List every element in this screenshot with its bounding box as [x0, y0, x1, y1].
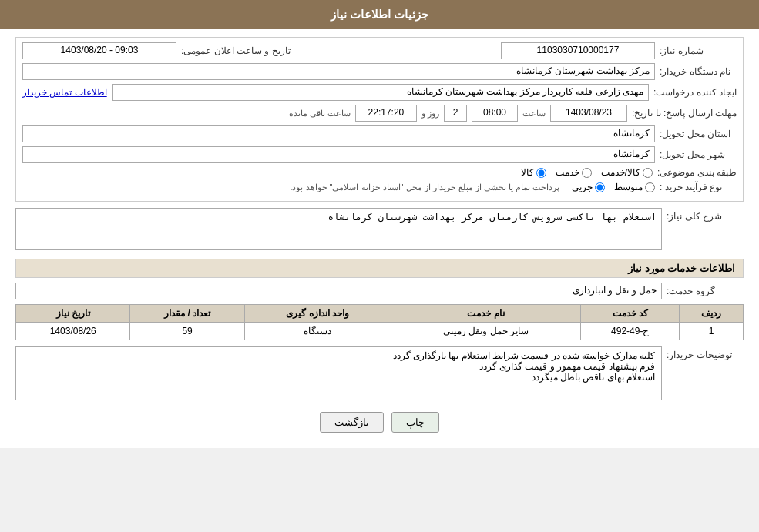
page-title: جزئیات اطلاعات نیاز	[0, 0, 759, 29]
khadamat-section-title: اطلاعات خدمات مورد نیاز	[15, 259, 744, 278]
radio-kala-input[interactable]	[536, 168, 546, 178]
radio-khadamat-input[interactable]	[582, 168, 592, 178]
ostan-label: استان محل تحویل:	[660, 129, 737, 139]
radio-motovaset-input[interactable]	[645, 182, 655, 192]
gorooh-khadamat-value: حمل و نقل و انبارداری	[15, 283, 662, 299]
items-table: ردیف کد خدمت نام خدمت واحد اندازه گیری ت…	[15, 304, 744, 340]
radio-jozii-label: جزیی	[572, 182, 593, 192]
mohlat-label: مهلت ارسال پاسخ: تا تاریخ:	[632, 108, 737, 119]
radio-kala-label: کالا	[521, 167, 534, 178]
days-value: 2	[444, 105, 467, 122]
remaining-label: ساعت باقی مانده	[289, 109, 351, 119]
shenase-value: 1103030710000177	[501, 42, 655, 59]
radio-jozii[interactable]: جزیی	[572, 182, 605, 192]
time-value: 08:00	[472, 105, 518, 122]
col-tarikh: تاریخ نیاز	[16, 305, 130, 323]
table-row: 1ح-49-492سایر حمل ونقل زمینیدستگاه591403…	[16, 323, 744, 340]
shahr-value: کرمانشاه	[22, 146, 655, 163]
shahr-label: شهر محل تحویل:	[660, 149, 737, 160]
col-tedad: تعداد / مقدار	[130, 305, 244, 323]
nam-dastgah-value: مرکز بهداشت شهرستان کرمانشاه	[22, 63, 655, 80]
remaining-value: 22:17:20	[355, 105, 417, 122]
tarikh-value: 1403/08/20 - 09:03	[22, 42, 176, 59]
noe-farayand-label: نوع فرآیند خرید :	[660, 182, 737, 192]
radio-motovaset[interactable]: متوسط	[614, 182, 655, 192]
col-vahed: واحد اندازه گیری	[244, 305, 391, 323]
tozih-label: توضیحات خریدار:	[667, 346, 744, 360]
col-radif: ردیف	[680, 305, 744, 323]
shenase-label: شماره نیاز:	[660, 45, 737, 56]
tozih-value: کلیه مدارک خواسته شده در قسمت شرایط استع…	[15, 346, 662, 400]
radio-khadamat-label: خدمت	[556, 167, 579, 178]
radio-kala-khadamat[interactable]: کالا/خدمت	[601, 167, 653, 178]
col-kod: کد خدمت	[581, 305, 680, 323]
sharh-label: شرح کلی نیاز:	[667, 208, 744, 222]
radio-kala-khadamat-input[interactable]	[643, 168, 653, 178]
creator-label: ایجاد کننده درخواست:	[653, 87, 737, 98]
farayand-radio-group: متوسط جزیی	[572, 182, 655, 192]
radio-kala-khadamat-label: کالا/خدمت	[601, 167, 640, 178]
back-button[interactable]: بازگشت	[320, 412, 384, 433]
days-label: روز و	[421, 109, 439, 119]
gorooh-khadamat-label: گروه خدمت:	[667, 286, 744, 296]
col-nam: نام خدمت	[391, 305, 581, 323]
tabagheh-label: طبقه بندی موضوعی:	[657, 167, 737, 178]
tarikh-label: تاریخ و ساعت اعلان عمومی:	[181, 45, 291, 56]
contact-link[interactable]: اطلاعات تماس خریدار	[22, 87, 107, 98]
creator-value: مهدی زارعی قلعه کاربردار مرکز بهداشت شهر…	[112, 84, 649, 101]
nam-dastgah-label: نام دستگاه خریدار:	[660, 66, 737, 77]
time-label: ساعت	[522, 109, 546, 119]
radio-jozii-input[interactable]	[595, 182, 605, 192]
tabagheh-radio-group: کالا/خدمت خدمت کالا	[521, 167, 653, 178]
ostan-value: کرمانشاه	[22, 125, 655, 142]
sharh-textarea[interactable]	[15, 208, 662, 250]
radio-khadamat[interactable]: خدمت	[556, 167, 592, 178]
print-button[interactable]: چاپ	[391, 412, 439, 433]
farayand-note: پرداخت تمام یا بخشی از مبلغ خریدار از مح…	[290, 182, 559, 192]
radio-kala[interactable]: کالا	[521, 167, 546, 178]
radio-motovaset-label: متوسط	[614, 182, 643, 192]
date-value: 1403/08/23	[550, 105, 627, 122]
buttons-row: چاپ بازگشت	[15, 412, 744, 433]
